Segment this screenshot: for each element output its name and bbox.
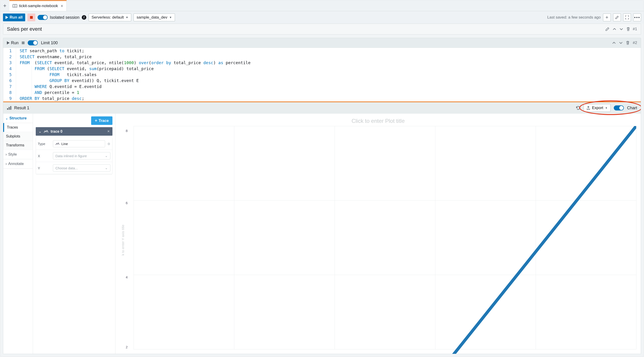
close-tab-icon[interactable]: × bbox=[61, 4, 63, 9]
run-all-button[interactable]: Run all bbox=[3, 14, 25, 21]
chevron-up-icon[interactable] bbox=[612, 42, 616, 44]
chart-area: Click to enter Plot title k to enter Y a… bbox=[116, 114, 641, 354]
close-icon[interactable]: × bbox=[107, 129, 110, 134]
transforms-tab[interactable]: Transforms bbox=[3, 141, 33, 150]
subplots-tab[interactable]: Subplots bbox=[3, 132, 33, 141]
isolated-session-toggle[interactable] bbox=[38, 15, 48, 20]
chevron-down-icon[interactable] bbox=[619, 42, 623, 44]
notebook-icon bbox=[12, 4, 17, 8]
upload-icon bbox=[586, 106, 590, 110]
more-button[interactable]: ••• bbox=[633, 14, 641, 21]
x-data-select[interactable]: Data inlined in figure⌄ bbox=[53, 152, 110, 159]
sql-cell: Run Limit 100 #2 1SET search_path to tic… bbox=[3, 38, 641, 354]
play-icon bbox=[6, 16, 8, 19]
config-sidebar: ⌄Structure Traces Subplots Transforms ›S… bbox=[3, 114, 33, 354]
fullscreen-button[interactable] bbox=[623, 14, 631, 21]
tab-title: tickit-sample-notebook bbox=[19, 4, 58, 8]
y-data-select[interactable]: Choose data...⌄ bbox=[53, 164, 110, 172]
last-saved-label: Last saved: a few seconds ago bbox=[547, 15, 601, 20]
result-tabbar: Result 1 Export ▼ Chart bbox=[3, 102, 641, 114]
svg-rect-2 bbox=[10, 106, 11, 110]
isolated-session-label: Isolated session bbox=[50, 15, 80, 20]
structure-section[interactable]: ⌄Structure bbox=[3, 114, 33, 123]
info-icon[interactable]: i bbox=[82, 15, 86, 20]
y-label: Y bbox=[38, 166, 50, 170]
stop-all-button[interactable] bbox=[28, 14, 35, 21]
run-cell-button[interactable]: Run bbox=[7, 41, 18, 45]
gear-icon[interactable]: ⚙ bbox=[108, 142, 110, 146]
chart-icon bbox=[7, 106, 12, 110]
cell-index: #2 bbox=[633, 41, 637, 45]
notebook-tab[interactable]: tickit-sample-notebook × bbox=[10, 0, 67, 11]
refresh-icon[interactable] bbox=[576, 106, 580, 110]
annotate-section[interactable]: ›Annotate bbox=[3, 159, 33, 169]
database-select[interactable]: sample_data_dev▼ bbox=[134, 14, 175, 21]
play-icon bbox=[7, 41, 10, 45]
y-tick: 8 bbox=[126, 129, 128, 132]
chart-label: Chart bbox=[627, 106, 637, 110]
chevron-up-icon[interactable] bbox=[612, 28, 616, 31]
stop-icon bbox=[30, 16, 33, 19]
trace-type-select[interactable]: Line bbox=[53, 140, 105, 147]
y-tick: 2 bbox=[126, 345, 128, 349]
trace-header[interactable]: ⌄ trace 0 × bbox=[36, 127, 112, 136]
line-icon bbox=[56, 143, 60, 145]
limit-toggle[interactable] bbox=[28, 40, 38, 45]
y-tick: 6 bbox=[126, 201, 128, 205]
y-tick: 4 bbox=[126, 275, 128, 279]
markdown-cell: Sales per event #1 bbox=[3, 24, 641, 35]
caret-down-icon: ▼ bbox=[126, 16, 128, 19]
add-cell-button[interactable]: + bbox=[603, 14, 611, 21]
main-toolbar: Run all Isolated session i Serverless: d… bbox=[0, 11, 644, 24]
chevron-down-icon[interactable] bbox=[620, 28, 623, 31]
style-section[interactable]: ›Style bbox=[3, 150, 33, 159]
plot-canvas[interactable]: 8 6 4 2 bbox=[126, 126, 636, 351]
trace-config-panel: +Trace ⌄ trace 0 × Type Line bbox=[33, 114, 116, 354]
cell-index: #1 bbox=[633, 27, 637, 31]
traces-tab[interactable]: Traces bbox=[3, 123, 33, 132]
expand-icon bbox=[625, 16, 629, 19]
sql-editor[interactable]: 1SET search_path to tickit; 2SELECT even… bbox=[3, 48, 641, 102]
svg-rect-1 bbox=[9, 107, 10, 110]
export-button[interactable]: Export ▼ bbox=[584, 104, 610, 112]
type-label: Type bbox=[38, 142, 50, 146]
notebook-tabstrip: + tickit-sample-notebook × bbox=[0, 0, 644, 11]
pencil-icon bbox=[615, 16, 619, 19]
y-axis-title-input[interactable]: k to enter Y axis title bbox=[120, 126, 126, 351]
stop-cell-button[interactable] bbox=[22, 42, 24, 44]
x-label: X bbox=[38, 154, 50, 158]
limit-label: Limit 100 bbox=[41, 41, 58, 45]
chart-toggle[interactable] bbox=[614, 105, 624, 110]
add-trace-button[interactable]: +Trace bbox=[91, 116, 112, 125]
line-icon bbox=[44, 130, 48, 133]
edit-button[interactable] bbox=[613, 14, 621, 21]
caret-down-icon: ▼ bbox=[605, 107, 608, 109]
connection-select[interactable]: Serverless: default▼ bbox=[89, 14, 132, 21]
trash-icon[interactable] bbox=[626, 41, 630, 45]
svg-rect-0 bbox=[7, 108, 8, 110]
result-tab[interactable]: Result 1 bbox=[14, 106, 29, 110]
cell-title: Sales per event bbox=[7, 26, 602, 32]
plot-title-input[interactable]: Click to enter Plot title bbox=[120, 116, 636, 126]
pencil-icon[interactable] bbox=[605, 27, 610, 31]
trash-icon[interactable] bbox=[626, 27, 630, 31]
caret-down-icon: ▼ bbox=[169, 16, 172, 19]
add-tab-button[interactable]: + bbox=[0, 0, 10, 11]
